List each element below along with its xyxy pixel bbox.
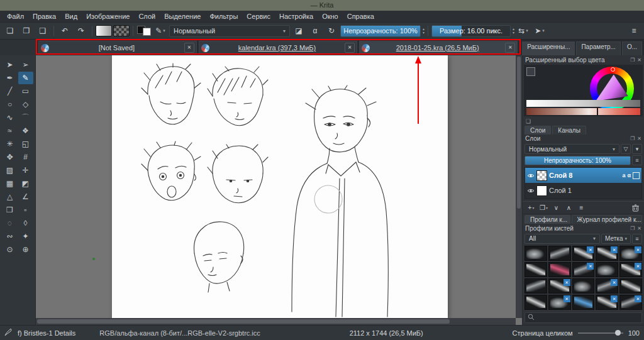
redo-icon[interactable]: ↷ bbox=[74, 25, 89, 37]
brush-preset[interactable]: ✕ bbox=[548, 278, 571, 293]
canvas-area[interactable] bbox=[36, 55, 522, 325]
lightness-gradient-bar[interactable] bbox=[526, 100, 640, 107]
tab-layers[interactable]: Слои bbox=[525, 126, 551, 134]
vertical-scrollbar[interactable] bbox=[516, 55, 522, 318]
freehand-brush-tool[interactable]: ✎ bbox=[18, 72, 33, 84]
horizontal-scrollbar[interactable] bbox=[36, 318, 516, 325]
similar-color-selection-tool[interactable]: ✦ bbox=[18, 230, 33, 243]
close-docker-icon[interactable]: ✕ bbox=[637, 136, 641, 141]
layer-visibility-icon[interactable] bbox=[527, 188, 535, 194]
brush-preset[interactable]: ✕ bbox=[525, 278, 547, 293]
color-sampler-tool[interactable]: ✛ bbox=[18, 164, 33, 177]
crop-tool[interactable]: # bbox=[18, 151, 33, 163]
brush-preset[interactable]: ✕ bbox=[619, 246, 642, 261]
dock-tab-overview[interactable]: О... bbox=[622, 41, 642, 56]
tag-button[interactable]: Метка ▾ bbox=[601, 234, 631, 244]
multibrush-tool[interactable]: ✳ bbox=[3, 138, 18, 150]
select-shapes-tool[interactable]: ➤ bbox=[3, 58, 18, 71]
menu-item[interactable]: Справка bbox=[343, 12, 379, 21]
doc-tab-2018-01-25[interactable]: 2018-01-25.kra (26,5 МиБ) ✕ bbox=[359, 41, 518, 55]
blend-mode-combo[interactable]: Нормальный ▾ bbox=[169, 25, 290, 37]
brush-preset[interactable]: ✕ bbox=[619, 295, 642, 310]
close-docker-icon[interactable]: ✕ bbox=[637, 226, 641, 231]
alpha-lock-icon[interactable]: α bbox=[627, 172, 631, 178]
menu-item[interactable]: Правка bbox=[28, 12, 60, 21]
chevron-down-icon[interactable]: ▾ bbox=[632, 144, 642, 154]
layer-style-icon[interactable] bbox=[633, 172, 640, 179]
brush-preset[interactable]: ✕ bbox=[525, 262, 547, 277]
move-tool[interactable]: ✥ bbox=[3, 151, 18, 163]
layer-visibility-icon[interactable] bbox=[527, 173, 535, 178]
tab-brush-history[interactable]: Журнал профилей к... bbox=[572, 215, 642, 224]
bezier-curve-tool[interactable]: ⌒ bbox=[18, 111, 33, 124]
brush-preset[interactable]: ✕ bbox=[525, 246, 547, 261]
inherit-alpha-icon[interactable]: a bbox=[622, 172, 625, 178]
reference-images-tool[interactable]: ❒ bbox=[3, 204, 18, 216]
display-mode-button[interactable]: ≡ bbox=[632, 234, 642, 244]
brush-preset[interactable]: ✕ bbox=[525, 295, 547, 310]
menu-item[interactable]: Настройка bbox=[275, 12, 318, 21]
brush-preset[interactable]: ✕ bbox=[596, 278, 618, 293]
tab-channels[interactable]: Каналы bbox=[552, 126, 586, 134]
search-input[interactable] bbox=[537, 314, 639, 322]
tab-brush-presets[interactable]: Профили к... bbox=[525, 215, 570, 224]
size-spinner[interactable]: ▴▾ bbox=[513, 27, 514, 35]
saturation-gradient-bar[interactable] bbox=[526, 108, 640, 115]
menu-item[interactable]: Слой bbox=[134, 12, 160, 21]
workspace-chooser-button[interactable]: ≡ bbox=[626, 25, 641, 37]
preserve-alpha-toggle[interactable]: α bbox=[308, 25, 323, 37]
vertical-scrollbar-thumb[interactable] bbox=[517, 57, 521, 209]
brush-preset[interactable]: ✕ bbox=[572, 262, 595, 277]
gradient-chooser[interactable] bbox=[96, 25, 112, 36]
close-icon[interactable]: ✕ bbox=[505, 43, 515, 53]
elliptical-selection-tool[interactable]: ◌ bbox=[3, 217, 18, 229]
doc-tab-not-saved[interactable]: [Not Saved] ✕ bbox=[38, 41, 197, 55]
add-layer-button[interactable]: + bbox=[526, 203, 536, 213]
menu-item[interactable]: Файл bbox=[3, 12, 28, 21]
menu-item[interactable]: Изображение bbox=[82, 12, 134, 21]
pan-tool[interactable]: ⊕ bbox=[18, 243, 33, 256]
delete-layer-button[interactable] bbox=[630, 203, 641, 213]
close-icon[interactable]: ✕ bbox=[345, 43, 355, 53]
duplicate-layer-button[interactable]: ❐ bbox=[538, 203, 549, 213]
opacity-spinner[interactable]: ▴▾ bbox=[423, 27, 425, 35]
brush-preset[interactable]: ✕ bbox=[548, 295, 571, 310]
polyline-tool[interactable]: ∿ bbox=[3, 111, 18, 124]
move-layer-up-button[interactable]: ∧ bbox=[564, 203, 574, 213]
edit-shapes-tool[interactable]: ➢ bbox=[18, 58, 33, 71]
mirror-horizontal-toggle[interactable]: ⇆ bbox=[516, 25, 531, 37]
brush-preset[interactable]: ✕ bbox=[572, 295, 595, 310]
zoom-tool[interactable]: ⊙ bbox=[3, 243, 18, 256]
float-docker-icon[interactable]: ❐ bbox=[630, 136, 635, 141]
open-document-icon[interactable]: ❐ bbox=[19, 25, 34, 37]
reload-preset-icon[interactable]: ↻ bbox=[324, 25, 339, 37]
float-docker-icon[interactable]: ❐ bbox=[630, 226, 635, 231]
ellipse-tool[interactable]: ○ bbox=[3, 98, 18, 111]
doc-tab-kalendar[interactable]: kalendar.kra (397,3 МиБ) ✕ bbox=[199, 41, 357, 55]
dynamic-brush-tool[interactable]: ❖ bbox=[18, 124, 33, 137]
undo-icon[interactable]: ↶ bbox=[57, 25, 72, 37]
move-layer-down-button[interactable]: ∨ bbox=[551, 203, 562, 213]
calligraphy-tool[interactable]: ✒ bbox=[3, 72, 18, 84]
Слой 1[interactable]: Слой 1 a α bbox=[525, 183, 641, 198]
canvas[interactable] bbox=[112, 55, 448, 318]
Слой 8[interactable]: Слой 8 a α bbox=[525, 168, 641, 183]
layer-filter-button[interactable]: ▽ bbox=[621, 144, 631, 154]
dock-tab-advanced-color[interactable]: Расширенны... bbox=[522, 41, 575, 56]
freehand-selection-tool[interactable]: ∾ bbox=[3, 230, 18, 243]
color-history-icon[interactable]: ❏ bbox=[526, 118, 531, 124]
fill-tool[interactable]: ◩ bbox=[18, 177, 33, 190]
transform-tool[interactable]: ◱ bbox=[18, 138, 33, 150]
brush-preset[interactable]: ✕ bbox=[572, 278, 595, 293]
menu-item[interactable]: Вид bbox=[60, 12, 82, 21]
close-docker-icon[interactable]: ✕ bbox=[637, 57, 641, 63]
brush-preset[interactable]: ✕ bbox=[596, 246, 618, 261]
freehand-path-tool[interactable]: ≈ bbox=[3, 124, 18, 137]
new-document-icon[interactable]: ❏ bbox=[3, 25, 18, 37]
advanced-color-selector[interactable] bbox=[524, 65, 643, 116]
polygonal-selection-tool[interactable]: ◊ bbox=[18, 217, 33, 229]
zoom-mode-button[interactable]: Страница целиком bbox=[513, 329, 573, 337]
eraser-mode-toggle[interactable]: ◪ bbox=[291, 25, 306, 37]
line-tool[interactable]: ╱ bbox=[3, 85, 18, 97]
menu-item[interactable]: Фильтры bbox=[205, 12, 242, 21]
